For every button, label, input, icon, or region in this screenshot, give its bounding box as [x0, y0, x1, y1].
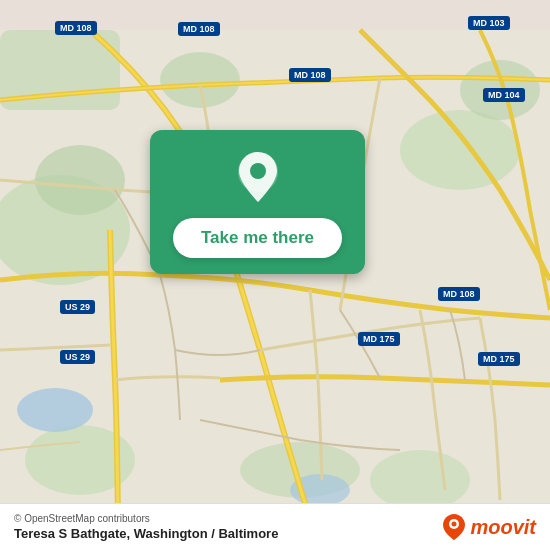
road-badge-md108-top: MD 108 — [178, 22, 220, 36]
road-badge-md108-mid: MD 108 — [289, 68, 331, 82]
road-badge-md108-left: MD 108 — [55, 21, 97, 35]
location-pin-icon — [236, 150, 280, 204]
svg-point-8 — [370, 450, 470, 510]
svg-point-9 — [160, 52, 240, 108]
svg-point-10 — [17, 388, 93, 432]
moovit-logo: moovit — [442, 513, 536, 541]
road-badge-us29-top: US 29 — [60, 300, 95, 314]
svg-point-4 — [400, 110, 520, 190]
map-container: MD 108 MD 103 MD 104 MD 108 MD 108 US 29… — [0, 0, 550, 550]
road-badge-md103: MD 103 — [468, 16, 510, 30]
road-badge-us29-bot: US 29 — [60, 350, 95, 364]
svg-point-15 — [452, 522, 457, 527]
map-svg — [0, 0, 550, 550]
location-card: Take me there — [150, 130, 365, 274]
road-badge-md108-right: MD 108 — [438, 287, 480, 301]
bottom-left-info: © OpenStreetMap contributors Teresa S Ba… — [14, 513, 278, 541]
road-badge-md175-left: MD 175 — [358, 332, 400, 346]
svg-point-13 — [250, 163, 266, 179]
copyright-text: © OpenStreetMap contributors — [14, 513, 278, 524]
location-name: Teresa S Bathgate, Washington / Baltimor… — [14, 526, 278, 541]
moovit-brand-text: moovit — [470, 516, 536, 539]
moovit-pin-icon — [442, 513, 466, 541]
bottom-bar: © OpenStreetMap contributors Teresa S Ba… — [0, 503, 550, 550]
road-badge-md104: MD 104 — [483, 88, 525, 102]
take-me-there-button[interactable]: Take me there — [173, 218, 342, 258]
road-badge-md175-right: MD 175 — [478, 352, 520, 366]
svg-point-2 — [35, 145, 125, 215]
